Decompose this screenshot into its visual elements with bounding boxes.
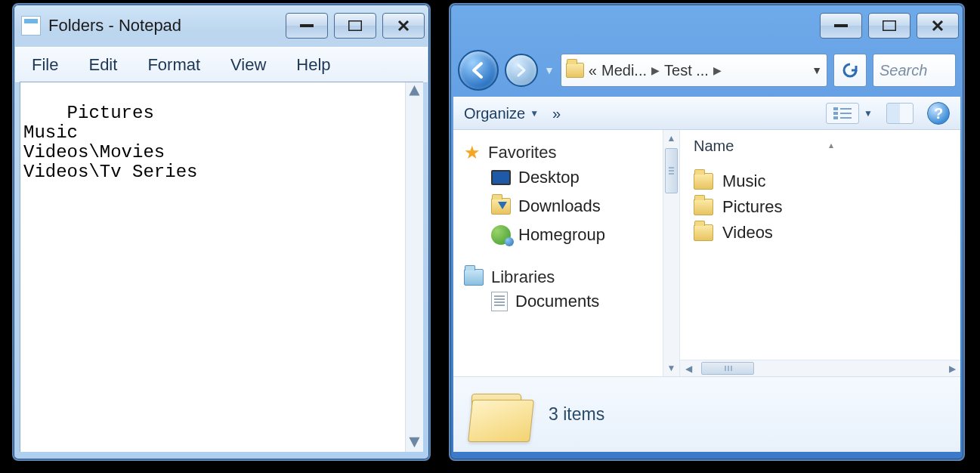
titlebar[interactable] [450, 5, 963, 47]
scroll-down-icon[interactable]: ▼ [406, 434, 423, 452]
preview-pane-button[interactable] [886, 103, 914, 124]
nav-scrollbar[interactable]: ▲ ▼ [663, 130, 679, 376]
svg-rect-7 [840, 113, 852, 114]
menu-bar: File Edit Format View Help [15, 47, 428, 83]
document-icon [491, 292, 508, 311]
svg-rect-9 [840, 117, 852, 119]
maximize-button[interactable] [334, 13, 376, 39]
chevron-down-icon[interactable]: ▼ [864, 108, 873, 119]
menu-format[interactable]: Format [134, 52, 214, 78]
caption-buttons [820, 13, 959, 39]
organize-menu[interactable]: Organize ▼ [464, 105, 539, 122]
list-item[interactable]: Videos [694, 220, 947, 246]
list-item[interactable]: Pictures [694, 194, 947, 220]
folder-icon [566, 63, 584, 78]
column-header-name[interactable]: Name ▴ [680, 130, 960, 162]
view-button[interactable] [826, 103, 859, 124]
navigation-row: ▼ « Medi... ▶ Test ... ▶ ▼ Search [450, 47, 963, 97]
column-header-label: Name [694, 138, 734, 154]
refresh-button[interactable] [833, 54, 867, 87]
scroll-left-icon[interactable]: ◀ [680, 363, 697, 374]
window-title: Folders - Notepad [48, 16, 286, 36]
maximize-button[interactable] [868, 13, 910, 39]
search-input[interactable]: Search [873, 54, 956, 87]
item-label: Music [722, 172, 765, 191]
svg-rect-6 [833, 112, 838, 115]
folder-icon [694, 199, 713, 215]
svg-rect-3 [883, 20, 896, 31]
nav-favorites[interactable]: ★ Favorites [464, 142, 676, 163]
breadcrumb-segment[interactable]: Test ... [664, 62, 709, 79]
chevron-down-icon[interactable]: ▼ [812, 64, 822, 76]
notepad-icon [21, 16, 41, 36]
forward-button[interactable] [505, 54, 538, 87]
minimize-button[interactable] [820, 13, 862, 39]
scrollbar-thumb[interactable] [665, 148, 678, 193]
chevron-right-icon[interactable]: ▶ [651, 64, 660, 76]
nav-documents[interactable]: Documents [491, 287, 676, 316]
menu-help[interactable]: Help [283, 52, 344, 78]
explorer-body: ★ Favorites Desktop Downloads Homegroup [453, 130, 960, 376]
close-button[interactable] [917, 13, 959, 39]
list-item[interactable]: Music [694, 168, 947, 194]
nav-downloads[interactable]: Downloads [491, 192, 676, 221]
horizontal-scrollbar[interactable]: ◀ ▶ [680, 360, 960, 376]
nav-libraries[interactable]: Libraries [464, 267, 676, 287]
text-area[interactable]: Pictures Music Videos\Movies Videos\Tv S… [20, 82, 423, 452]
back-button[interactable] [458, 50, 499, 91]
scroll-up-icon[interactable]: ▲ [406, 82, 423, 100]
folder-icon [468, 386, 533, 444]
scroll-down-icon[interactable]: ▼ [663, 360, 679, 376]
item-count: 3 items [549, 404, 604, 425]
star-icon: ★ [464, 142, 481, 163]
item-label: Pictures [722, 197, 782, 217]
nav-label: Libraries [491, 267, 555, 287]
svg-rect-4 [833, 107, 838, 110]
details-pane: 3 items [453, 376, 960, 452]
downloads-icon [491, 198, 511, 215]
scrollbar-thumb[interactable] [701, 362, 754, 375]
nav-label: Desktop [518, 168, 580, 187]
nav-label: Downloads [518, 196, 601, 216]
menu-edit[interactable]: Edit [75, 52, 131, 78]
breadcrumb-chevron: « [589, 62, 597, 79]
minimize-button[interactable] [286, 13, 328, 39]
svg-rect-5 [840, 108, 852, 110]
text-content: Pictures Music Videos\Movies Videos\Tv S… [23, 103, 197, 182]
chevron-down-icon: ▼ [530, 108, 539, 119]
command-bar: Organize ▼ » ▼ ? [453, 97, 960, 130]
close-button[interactable] [382, 13, 425, 39]
overflow-menu[interactable]: » [552, 105, 561, 122]
desktop-icon [491, 170, 511, 185]
scrollbar-vertical[interactable]: ▲ ▼ [405, 82, 423, 452]
recent-pages-dropdown-icon[interactable]: ▼ [544, 64, 555, 76]
item-label: Videos [722, 223, 773, 243]
nav-label: Favorites [488, 143, 556, 162]
nav-homegroup[interactable]: Homegroup [491, 221, 676, 249]
nav-desktop[interactable]: Desktop [491, 163, 676, 192]
scroll-up-icon[interactable]: ▲ [663, 130, 679, 147]
svg-rect-8 [833, 116, 838, 119]
svg-rect-0 [300, 24, 314, 27]
address-bar[interactable]: « Medi... ▶ Test ... ▶ ▼ [561, 54, 827, 87]
help-button[interactable]: ? [927, 102, 950, 125]
svg-rect-1 [348, 20, 362, 31]
titlebar[interactable]: Folders - Notepad [14, 5, 429, 47]
svg-rect-2 [834, 24, 848, 27]
list-pane: Name ▴ Music Pictures Videos ◀ [680, 130, 960, 376]
breadcrumb-segment[interactable]: Medi... [601, 62, 647, 79]
chevron-right-icon[interactable]: ▶ [713, 64, 722, 76]
notepad-window: Folders - Notepad File Edit Format View … [12, 3, 431, 461]
menu-view[interactable]: View [217, 52, 280, 78]
nav-label: Homegroup [518, 225, 605, 245]
folder-icon [694, 173, 713, 190]
sort-indicator-icon: ▴ [829, 140, 833, 150]
homegroup-icon [491, 225, 511, 245]
libraries-icon [464, 269, 484, 286]
explorer-window: ▼ « Medi... ▶ Test ... ▶ ▼ Search Organi… [449, 3, 965, 461]
menu-file[interactable]: File [18, 52, 72, 78]
organize-label: Organize [464, 105, 525, 122]
navigation-pane: ★ Favorites Desktop Downloads Homegroup [453, 130, 680, 376]
scroll-right-icon[interactable]: ▶ [944, 363, 960, 374]
caption-buttons [286, 13, 425, 39]
